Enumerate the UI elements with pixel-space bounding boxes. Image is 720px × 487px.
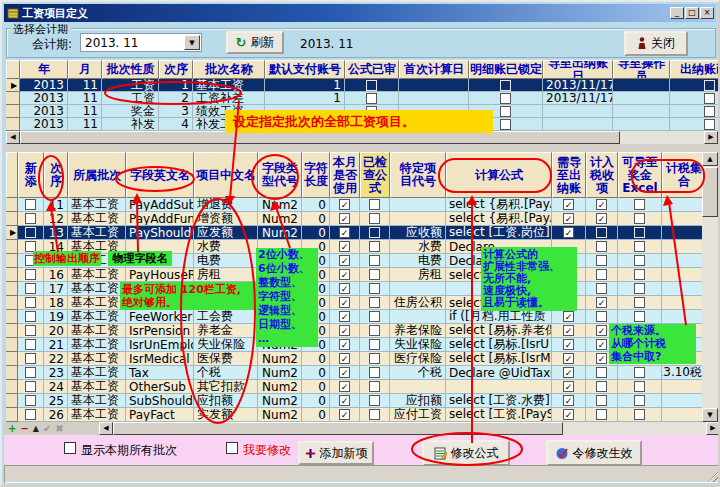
checkbox[interactable] — [369, 367, 380, 378]
close-window-button[interactable]: × — [700, 7, 714, 19]
cell[interactable]: ✓ — [586, 212, 618, 226]
cell[interactable] — [618, 240, 662, 254]
row-selector-cell[interactable] — [6, 296, 18, 310]
row-selector-cell[interactable] — [6, 240, 18, 254]
checkbox[interactable]: ✓ — [563, 367, 574, 378]
cell[interactable]: PayAddSub — [126, 198, 194, 212]
column-header[interactable]: 首次计算日 — [399, 60, 469, 79]
maximize-button[interactable]: □ — [685, 7, 699, 19]
cell[interactable]: ✓ — [330, 212, 360, 226]
checkbox[interactable]: ✓ — [339, 381, 350, 392]
checkbox[interactable]: ✓ — [339, 311, 350, 322]
cell[interactable] — [390, 310, 446, 324]
cell[interactable]: ✓ — [552, 198, 586, 212]
checkbox[interactable] — [634, 241, 645, 252]
cell[interactable] — [618, 268, 662, 282]
cell[interactable]: ✓ — [586, 296, 618, 310]
cell[interactable] — [618, 296, 662, 310]
cell[interactable] — [613, 118, 670, 131]
cell[interactable]: 其它扣款 — [194, 380, 258, 394]
cell[interactable]: ✓ — [330, 380, 360, 394]
cell[interactable]: 11 — [68, 92, 102, 105]
checkbox[interactable]: ✓ — [596, 213, 607, 224]
cell[interactable]: select [工资.岗位] — [446, 226, 552, 240]
cell[interactable] — [360, 408, 390, 422]
cell[interactable] — [18, 268, 44, 282]
cell[interactable]: 基本工资 — [68, 212, 126, 226]
cell[interactable]: ✓ — [552, 394, 586, 408]
checkbox[interactable] — [25, 367, 36, 378]
cell[interactable]: 失业保险 — [194, 338, 258, 352]
cell[interactable] — [360, 296, 390, 310]
cell[interactable] — [662, 296, 702, 310]
cell[interactable] — [360, 352, 390, 366]
cell[interactable] — [662, 226, 702, 240]
checkbox[interactable] — [25, 339, 36, 350]
cell[interactable]: ✓ — [330, 324, 360, 338]
cell[interactable]: ✓ — [552, 338, 586, 352]
cell[interactable] — [18, 324, 44, 338]
cell[interactable]: 补发 — [102, 118, 159, 131]
cell[interactable] — [446, 380, 552, 394]
cell[interactable]: 医疗保险 — [390, 352, 446, 366]
checkbox[interactable]: ✓ — [596, 353, 607, 364]
cell[interactable] — [618, 282, 662, 296]
cell[interactable]: ✓ — [330, 268, 360, 282]
checkbox[interactable] — [596, 283, 607, 294]
row-selector-cell[interactable] — [6, 380, 18, 394]
cell[interactable] — [662, 394, 702, 408]
cell[interactable] — [613, 105, 670, 118]
cell[interactable] — [662, 212, 702, 226]
cell[interactable]: 工资 — [102, 79, 159, 92]
cell[interactable] — [18, 394, 44, 408]
cell[interactable]: ✓ — [586, 198, 618, 212]
cell[interactable]: 水费 — [194, 240, 258, 254]
cell[interactable]: select [易标.[IsrU — [446, 338, 552, 352]
column-header[interactable]: 出纳账已锁 — [670, 60, 718, 79]
cell[interactable] — [360, 324, 390, 338]
checkbox[interactable] — [596, 381, 607, 392]
cell[interactable]: 工资补差 — [193, 92, 265, 105]
checkbox[interactable]: ✓ — [339, 283, 350, 294]
checkbox[interactable]: ✓ — [563, 353, 574, 364]
cell[interactable] — [618, 366, 662, 380]
checkbox[interactable] — [369, 409, 380, 420]
cell[interactable]: 3 — [159, 105, 193, 118]
scroll-thumb[interactable] — [702, 167, 718, 217]
nav-edit-icon[interactable]: ▲ — [33, 423, 39, 434]
cell[interactable]: ✓ — [552, 310, 586, 324]
cell[interactable] — [390, 198, 446, 212]
cell[interactable]: ✓ — [330, 366, 360, 380]
checkbox[interactable] — [369, 199, 380, 210]
cell[interactable]: 基本工资 — [68, 394, 126, 408]
column-header[interactable]: 批次名称 — [193, 60, 265, 79]
row-selector-cell[interactable] — [6, 366, 18, 380]
cell[interactable]: ✓ — [330, 282, 360, 296]
cell[interactable]: 0 — [302, 198, 330, 212]
checkbox[interactable]: ✓ — [339, 353, 350, 364]
row-selector-cell[interactable]: ▶ — [6, 226, 18, 240]
cell[interactable] — [360, 380, 390, 394]
cell[interactable]: 应扣额 — [390, 394, 446, 408]
cell[interactable] — [670, 92, 718, 105]
cell[interactable] — [18, 380, 44, 394]
checkbox[interactable] — [369, 213, 380, 224]
cell[interactable] — [18, 338, 44, 352]
cell[interactable]: 2013 — [20, 118, 68, 131]
cell[interactable] — [360, 226, 390, 240]
checkbox[interactable] — [634, 255, 645, 266]
cell[interactable] — [360, 198, 390, 212]
cell[interactable]: 25 — [44, 394, 68, 408]
cell[interactable]: 房租 — [390, 268, 446, 282]
cell[interactable]: 基本工资 — [68, 324, 126, 338]
cell[interactable]: ✓ — [552, 226, 586, 240]
checkbox[interactable] — [25, 395, 36, 406]
cell[interactable]: 个税 — [390, 366, 446, 380]
cell[interactable] — [662, 310, 702, 324]
scroll-right-icon[interactable]: ▶ — [706, 422, 720, 435]
cell[interactable]: Num2 — [258, 366, 302, 380]
row-selector-cell[interactable] — [6, 105, 20, 118]
cell[interactable]: 养老金 — [194, 324, 258, 338]
checkbox[interactable]: ✓ — [339, 241, 350, 252]
column-header[interactable]: 字符 长度 — [302, 152, 330, 198]
